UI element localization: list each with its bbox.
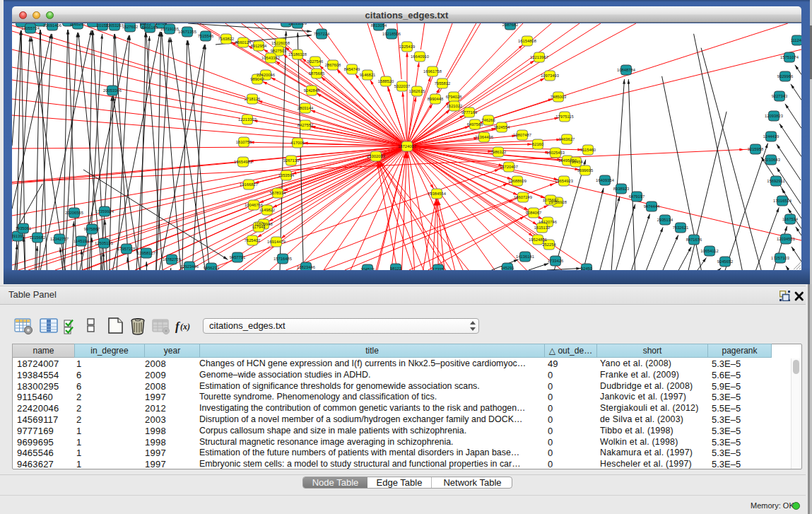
svg-text:19654923: 19654923 [555, 179, 573, 183]
svg-text:9827503: 9827503 [271, 49, 287, 53]
svg-text:6794028: 6794028 [446, 95, 462, 99]
svg-text:145291: 145291 [500, 266, 514, 270]
svg-text:19166827: 19166827 [240, 182, 258, 187]
svg-text:21364436: 21364436 [475, 135, 493, 139]
svg-text:2087682: 2087682 [502, 23, 519, 27]
svg-text:20206565: 20206565 [65, 211, 83, 215]
svg-text:1145194: 1145194 [73, 239, 90, 243]
svg-text:1362615: 1362615 [409, 89, 425, 93]
svg-text:15226058: 15226058 [271, 41, 290, 45]
svg-text:1621022: 1621022 [447, 104, 463, 108]
svg-text:5678334: 5678334 [270, 191, 286, 195]
svg-text:7955812: 7955812 [435, 81, 451, 86]
svg-text:10543362: 10543362 [261, 56, 280, 60]
svg-text:10654112: 10654112 [700, 249, 718, 253]
svg-text:98122: 98122 [390, 267, 401, 270]
svg-text:2803144: 2803144 [298, 106, 314, 110]
svg-text:7857224: 7857224 [314, 32, 330, 36]
svg-text:15692911: 15692911 [767, 179, 784, 183]
svg-text:6479197: 6479197 [629, 194, 645, 199]
svg-text:20053346: 20053346 [103, 88, 122, 93]
svg-text:1065267: 1065267 [70, 23, 86, 26]
svg-text:12213967: 12213967 [530, 55, 548, 59]
svg-text:17975115: 17975115 [555, 115, 573, 119]
svg-text:9329966: 9329966 [777, 74, 794, 78]
svg-text:3948: 3948 [17, 23, 26, 24]
svg-text:1588520: 1588520 [378, 79, 394, 83]
svg-text:1733426: 1733426 [548, 259, 564, 263]
svg-text:3267130: 3267130 [283, 158, 300, 163]
svg-text:16033809: 16033809 [288, 23, 307, 25]
svg-text:9146821: 9146821 [360, 73, 376, 77]
svg-text:16782759: 16782759 [163, 257, 181, 262]
svg-text:391393: 391393 [12, 234, 25, 238]
svg-text:8912954: 8912954 [251, 44, 267, 48]
svg-text:10653267: 10653267 [105, 23, 124, 28]
svg-text:796454: 796454 [569, 160, 583, 164]
svg-text:62160: 62160 [532, 142, 543, 146]
svg-text:8813054: 8813054 [371, 23, 387, 28]
svg-text:16154808: 16154808 [518, 39, 536, 43]
svg-text:1527602: 1527602 [122, 25, 139, 29]
svg-text:10210643: 10210643 [762, 158, 780, 162]
svg-text:8427552: 8427552 [298, 123, 314, 127]
svg-text:7632621: 7632621 [673, 226, 689, 230]
svg-text:2718126: 2718126 [245, 97, 261, 101]
svg-text:9699695: 9699695 [577, 168, 594, 173]
svg-text:18607249: 18607249 [514, 195, 532, 199]
svg-text:92450: 92450 [581, 267, 592, 270]
svg-text:1215682: 1215682 [30, 235, 46, 240]
svg-text:10973493: 10973493 [541, 74, 559, 78]
svg-text:989042: 989042 [250, 77, 264, 81]
svg-text:5875685: 5875685 [309, 71, 325, 76]
svg-text:10719155: 10719155 [160, 27, 179, 31]
svg-text:9777169: 9777169 [461, 110, 478, 115]
svg-text:9463627: 9463627 [559, 137, 575, 141]
svg-text:17257103: 17257103 [771, 256, 789, 260]
svg-text:9327546: 9327546 [307, 59, 324, 64]
svg-text:12342757: 12342757 [50, 237, 69, 241]
svg-text:1610755: 1610755 [236, 140, 252, 144]
svg-text:16120746: 16120746 [539, 220, 557, 224]
svg-text:9227343: 9227343 [772, 94, 788, 98]
svg-text:9115460: 9115460 [580, 148, 596, 152]
svg-text:417006: 417006 [290, 141, 304, 145]
svg-text:5322037: 5322037 [394, 84, 411, 88]
svg-text:10807487: 10807487 [513, 133, 531, 137]
svg-text:20691406: 20691406 [43, 23, 61, 28]
svg-text:10688609: 10688609 [508, 179, 526, 183]
svg-text:12823446: 12823446 [297, 265, 315, 269]
svg-text:7163822: 7163822 [218, 37, 235, 41]
svg-text:2867608: 2867608 [325, 63, 341, 67]
svg-text:111246: 111246 [791, 38, 801, 42]
svg-text:15720407: 15720407 [500, 165, 518, 169]
svg-text:117943: 117943 [252, 225, 266, 229]
svg-text:10704: 10704 [155, 23, 167, 25]
svg-text:104523: 104523 [360, 267, 374, 270]
svg-text:2935134: 2935134 [657, 218, 673, 222]
svg-text:15751074: 15751074 [780, 55, 799, 59]
svg-text:8990448: 8990448 [428, 97, 444, 101]
svg-text:9474444: 9474444 [644, 204, 660, 209]
svg-text:7625402: 7625402 [245, 238, 261, 243]
svg-text:13958127: 13958127 [137, 251, 155, 255]
svg-text:8660124: 8660124 [235, 40, 252, 45]
svg-text:10025453: 10025453 [546, 151, 565, 155]
svg-text:9975867: 9975867 [84, 227, 100, 231]
svg-text:9242848: 9242848 [304, 88, 320, 93]
svg-text:252254: 252254 [542, 243, 556, 247]
svg-text:7986322: 7986322 [490, 150, 507, 154]
svg-text:10671355: 10671355 [178, 30, 196, 34]
svg-text:16640910: 16640910 [411, 54, 429, 59]
svg-text:17957225: 17957225 [117, 247, 136, 251]
svg-text:3624554: 3624554 [494, 125, 510, 129]
svg-text:7515546: 7515546 [198, 34, 214, 38]
svg-text:9457791: 9457791 [230, 255, 246, 259]
svg-text:17335: 17335 [433, 267, 444, 270]
svg-text:14055724: 14055724 [21, 26, 40, 30]
svg-text:10046766: 10046766 [245, 203, 263, 207]
svg-text:1325419: 1325419 [399, 45, 416, 49]
svg-text:1149822: 1149822 [259, 208, 275, 212]
svg-text:1244419: 1244419 [763, 134, 779, 139]
svg-text:12034551: 12034551 [777, 237, 795, 241]
